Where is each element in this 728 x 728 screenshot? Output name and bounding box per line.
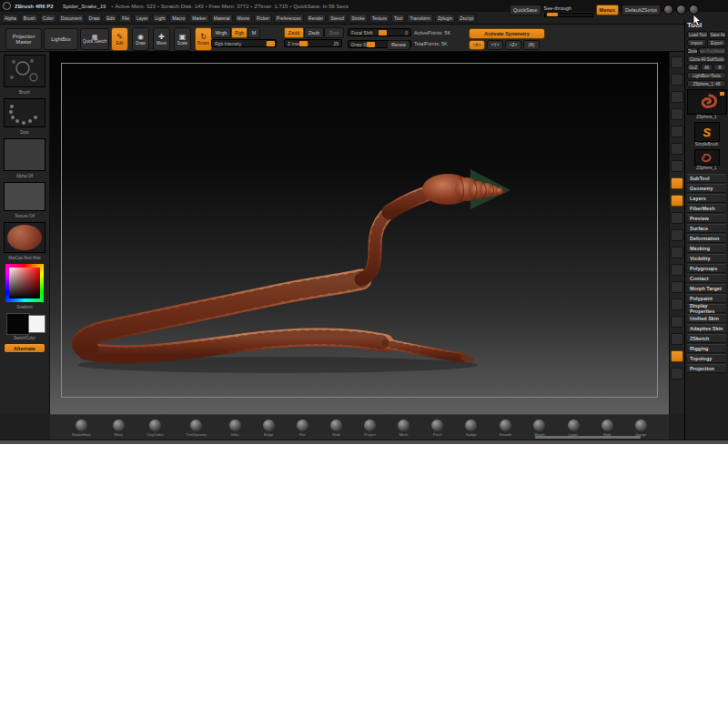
right-strip-button-6[interactable] — [671, 143, 683, 155]
tray-scrollbar[interactable] — [535, 436, 641, 439]
rgb-button[interactable]: Rgb — [231, 27, 248, 38]
tray-item-inflat[interactable]: Inflat — [229, 420, 241, 437]
symmetry-y-button[interactable]: >Y< — [487, 40, 503, 50]
tray-item-gouge[interactable]: Gouge — [635, 420, 647, 437]
tool-button-import[interactable]: Import — [687, 39, 706, 46]
mode-button-rotate[interactable]: ↻Rotate — [195, 27, 212, 51]
tool-button-r[interactable]: R — [713, 64, 726, 71]
right-strip-button-15[interactable] — [671, 298, 683, 310]
current-texture-thumbnail[interactable] — [4, 182, 46, 211]
tray-item-smooth[interactable]: Smooth — [500, 420, 512, 437]
symmetry-z-button[interactable]: >Z< — [505, 40, 521, 50]
section-polypaint[interactable]: Polypaint — [687, 294, 726, 303]
tray-item-morph[interactable]: Morph — [533, 420, 545, 437]
tray-item-slide[interactable]: Slide — [330, 420, 342, 437]
menu-item-color[interactable]: Color — [40, 14, 56, 23]
mode-button-draw[interactable]: ◉Draw — [132, 27, 149, 51]
tray-item-snakehook[interactable]: SnakeHook — [72, 420, 91, 437]
menu-item-macro[interactable]: Macro — [169, 14, 187, 23]
section-geometry[interactable]: Geometry — [687, 184, 726, 193]
current-brush-thumbnail[interactable] — [4, 55, 46, 87]
menu-item-layer[interactable]: Layer — [134, 14, 151, 23]
tool-button-export[interactable]: Export — [707, 39, 726, 46]
section-preview[interactable]: Preview — [687, 214, 726, 223]
menu-item-render[interactable]: Render — [306, 14, 326, 23]
right-strip-button-13[interactable] — [671, 264, 683, 276]
tool-button-goz[interactable]: GoZ — [687, 64, 700, 71]
lightbox-button[interactable]: LightBox — [44, 28, 78, 50]
color-picker-gradient[interactable] — [9, 268, 40, 298]
menu-item-document[interactable]: Document — [58, 14, 85, 23]
section-zsketch[interactable]: ZSketch — [687, 334, 726, 343]
renew-button[interactable]: Renew — [387, 40, 410, 50]
main-color-swatch[interactable] — [6, 313, 30, 335]
right-strip-button-16[interactable] — [671, 316, 683, 328]
tray-item-trimdynamic[interactable]: TrimDynamic — [186, 420, 207, 437]
menu-item-edit[interactable]: Edit — [104, 14, 117, 23]
right-strip-button-12[interactable] — [671, 247, 683, 258]
m-button[interactable]: M — [248, 27, 260, 38]
tray-item-blob[interactable]: Blob — [602, 420, 613, 437]
section-masking[interactable]: Masking — [687, 244, 726, 253]
section-adaptive-skin[interactable]: Adaptive Skin — [687, 324, 726, 333]
tool-slot-simplebrush[interactable]: S — [694, 122, 720, 142]
zadd-button[interactable]: Zadd — [284, 27, 304, 38]
section-deformation[interactable]: Deformation — [687, 234, 726, 243]
section-morph-target[interactable]: Morph Target — [687, 284, 726, 293]
menu-item-file[interactable]: File — [119, 14, 132, 23]
right-strip-button-7[interactable] — [671, 160, 683, 172]
interface-circle-icon[interactable] — [676, 5, 686, 15]
menu-item-preferences[interactable]: Preferences — [274, 14, 304, 23]
tray-item-mesh[interactable]: Mesh — [398, 420, 410, 437]
active-tool-thumbnail[interactable] — [687, 89, 727, 115]
rgb-intensity-nub[interactable] — [267, 41, 275, 46]
menus-button[interactable]: Menus — [596, 5, 619, 15]
section-polygroups[interactable]: Polygroups — [687, 264, 726, 273]
menu-item-movie[interactable]: Movie — [235, 14, 252, 23]
menu-item-texture[interactable]: Texture — [369, 14, 389, 23]
section-layers[interactable]: Layers — [687, 194, 726, 203]
zsub-button[interactable]: Zsub — [304, 27, 324, 38]
current-stroke-thumbnail[interactable] — [4, 98, 46, 127]
rgb-intensity-slider[interactable]: Rgb Intensity 100 — [211, 39, 277, 47]
mode-button-move[interactable]: ✚Move — [153, 27, 170, 51]
menu-item-light[interactable]: Light — [152, 14, 167, 23]
right-strip-button-17[interactable] — [671, 333, 683, 345]
draw-size-nub[interactable] — [367, 42, 375, 47]
color-picker[interactable] — [5, 264, 44, 302]
tray-item-pinch[interactable]: Pinch — [431, 420, 443, 437]
right-strip-button-4[interactable] — [671, 108, 683, 120]
tool-slot-zsphere[interactable] — [694, 149, 720, 166]
menu-item-stroke[interactable]: Stroke — [349, 14, 367, 23]
menu-item-brush[interactable]: Brush — [21, 14, 38, 23]
tool-button-clone[interactable]: Clone — [687, 47, 698, 55]
menu-item-material[interactable]: Material — [211, 14, 233, 23]
z-intensity-slider[interactable]: Z Intensity 25 — [284, 39, 342, 47]
secondary-color-swatch[interactable] — [28, 315, 46, 333]
section-projection[interactable]: Projection — [687, 364, 726, 373]
activate-symmetry-button[interactable]: Activate Symmetry — [469, 28, 545, 39]
focal-shift-slider[interactable]: Focal Shift 0 — [348, 28, 411, 36]
menu-item-tool[interactable]: Tool — [391, 14, 405, 23]
right-strip-button-9[interactable] — [671, 195, 683, 207]
section-contact[interactable]: Contact — [687, 274, 726, 283]
symmetry-r-button[interactable]: (R) — [523, 40, 540, 50]
tray-item-move[interactable]: Move — [113, 420, 125, 437]
mode-button-edit[interactable]: ✎Edit — [111, 27, 128, 51]
right-strip-button-2[interactable] — [671, 74, 683, 86]
mode-button-scale[interactable]: ▣Scale — [174, 27, 191, 51]
section-surface[interactable]: Surface — [687, 224, 726, 233]
projection-master-button[interactable]: Projection Master — [5, 28, 42, 50]
tool-button-zsphere-1-48[interactable]: ZSphere_1: 48 — [687, 80, 726, 87]
see-through-track[interactable] — [544, 13, 593, 17]
focal-shift-nub[interactable] — [379, 30, 387, 35]
right-strip-button-5[interactable] — [671, 126, 683, 137]
menu-item-draw[interactable]: Draw — [86, 14, 103, 23]
section-display-properties[interactable]: Display Properties — [687, 304, 726, 313]
document-canvas[interactable] — [50, 52, 669, 414]
zsphere-snake-model[interactable] — [50, 52, 669, 414]
quicksave-button[interactable]: QuickSave — [510, 5, 541, 15]
default-zscript-button[interactable]: DefaultZScript — [622, 5, 661, 15]
tray-item-nudge[interactable]: Nudge — [465, 420, 477, 437]
interface-circle-icon[interactable] — [689, 5, 699, 15]
